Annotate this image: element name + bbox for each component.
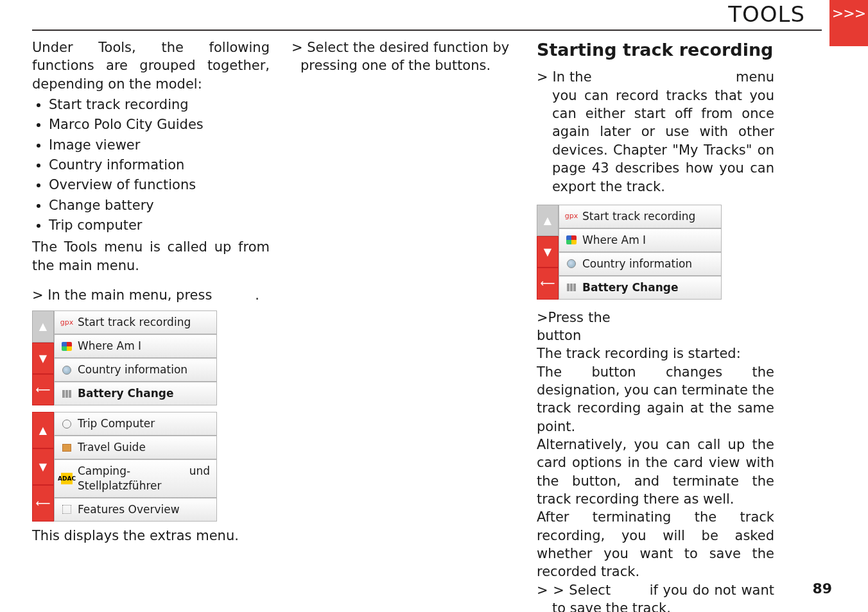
tools-called-text: The Tools menu is called up from the mai… (32, 238, 270, 275)
mainpress-post: . (255, 287, 259, 303)
menu-item-label: Where Am I (78, 339, 141, 353)
list-item: Country information (49, 156, 270, 174)
scroll-up-icon[interactable]: ▲ (537, 205, 559, 236)
menu-item-start-track[interactable]: gpxStart track recording (54, 310, 217, 334)
header-title: TOOLS (728, 1, 805, 27)
scroll-down-icon[interactable]: ▼ (537, 236, 559, 268)
column-3: Starting track recording > In the menu y… (537, 38, 774, 612)
list-item: Overview of functions (49, 176, 270, 194)
column-1: Under Tools, the following functions are… (32, 38, 270, 545)
features-icon (61, 504, 73, 515)
inthe-post: menu you can record tracks that you can … (552, 69, 774, 194)
battery-icon (566, 282, 577, 293)
menu-item-start-track[interactable]: gpxStart track recording (559, 205, 722, 228)
mainpress-pre: > In the main menu, press (32, 287, 216, 303)
scroll-down-icon[interactable]: ▼ (32, 343, 54, 374)
scroll-down-icon[interactable]: ▼ (32, 448, 54, 485)
menu-item-where-am-i[interactable]: Where Am I (559, 228, 722, 252)
menu-item-label: Country information (582, 257, 692, 271)
menu-item-label: Travel Guide (78, 440, 146, 455)
list-item: Trip computer (49, 216, 270, 234)
menu-item-label: Battery Change (78, 386, 173, 401)
globe-icon (566, 258, 577, 269)
inthe-pre: > In the (537, 69, 596, 85)
intro-text: Under Tools, the following functions are… (32, 38, 270, 93)
select-function-text: > Select the desired function by pressin… (291, 38, 529, 75)
gpx-icon: gpx (61, 317, 73, 328)
battery-icon (61, 388, 73, 400)
select-no-text: > > Select if you do not want to save th… (537, 581, 774, 612)
page-number: 89 (812, 581, 832, 597)
menu-item-label: Start track recording (582, 209, 695, 224)
menu-item-label: Country information (78, 362, 187, 377)
track-started-text: The track recording is started: (537, 344, 774, 362)
column-2: > Select the desired function by pressin… (291, 38, 529, 75)
list-item: Start track recording (49, 96, 270, 114)
menu-item-country-info[interactable]: Country information (54, 358, 217, 382)
book-icon (61, 442, 73, 454)
menu-item-trip-computer[interactable]: Trip Computer (54, 412, 217, 436)
press-pre: >Press the (537, 310, 615, 325)
menu-item-label: Camping- und Stellplatzführer (78, 464, 210, 493)
menu-screenshot-1: ▲ ▼ ⟵ gpxStart track recording Where Am … (32, 310, 217, 405)
menu-screenshot-2: ▲ ▼ ⟵ Trip Computer Travel Guide ADACCam… (32, 412, 217, 522)
page-header: TOOLS >>> (0, 0, 868, 28)
after-terminating-text: After terminating the track recording, y… (537, 508, 774, 581)
globe-icon (61, 364, 73, 376)
list-item: Change battery (49, 196, 270, 214)
back-icon[interactable]: ⟵ (32, 485, 54, 522)
menu-item-label: Where Am I (582, 233, 646, 248)
menu-item-travel-guide[interactable]: Travel Guide (54, 436, 217, 459)
menu-item-label: Features Overview (78, 502, 180, 517)
press-post: button (537, 328, 581, 343)
alternatively-text: Alternatively, you can call up the card … (537, 436, 774, 508)
gpx-icon: gpx (566, 210, 577, 222)
menu-item-label: Start track recording (78, 315, 191, 330)
selectno-pre: > > Select (537, 582, 616, 598)
back-icon[interactable]: ⟵ (32, 374, 54, 405)
selectno-blank (616, 582, 645, 598)
menu-item-label: Battery Change (582, 280, 678, 295)
flag-pin-icon (61, 341, 73, 352)
press-the-button-line: >Press the button (537, 309, 774, 345)
list-item: Image viewer (49, 136, 270, 154)
scroll-up-icon[interactable]: ▲ (32, 310, 54, 342)
inthe-blank (596, 69, 731, 85)
adac-badge-icon: ADAC (61, 473, 73, 484)
press-blank (615, 310, 774, 325)
menu-item-country-info[interactable]: Country information (559, 252, 722, 276)
back-icon[interactable]: ⟵ (537, 268, 559, 299)
mainpress-blank (216, 287, 250, 303)
section-heading-start-track: Starting track recording (537, 38, 774, 62)
list-item: Marco Polo City Guides (49, 115, 270, 133)
main-menu-press-line: > In the main menu, press . (32, 286, 270, 304)
header-arrows-tab: >>> (829, 0, 868, 46)
menu-item-battery-change[interactable]: Battery Change (559, 276, 722, 300)
menu-item-where-am-i[interactable]: Where Am I (54, 334, 217, 358)
header-rule (32, 30, 822, 31)
menu-item-features-overview[interactable]: Features Overview (54, 498, 217, 522)
scroll-up-icon[interactable]: ▲ (32, 412, 54, 448)
clock-icon (61, 418, 73, 430)
menu-item-label: Trip Computer (78, 416, 155, 431)
button-changes-text: The button changes the designation, you … (537, 363, 774, 436)
flag-pin-icon (566, 234, 577, 246)
extras-menu-caption: This displays the extras menu. (32, 527, 270, 545)
menu-item-adac-camping[interactable]: ADACCamping- und Stellplatzführer (54, 459, 217, 498)
menu-screenshot-3: ▲ ▼ ⟵ gpxStart track recording Where Am … (537, 205, 722, 300)
tools-list: Start track recording Marco Polo City Gu… (42, 96, 270, 234)
in-the-menu-text: > In the menu you can record tracks that… (537, 68, 774, 195)
menu-item-battery-change[interactable]: Battery Change (54, 382, 217, 405)
